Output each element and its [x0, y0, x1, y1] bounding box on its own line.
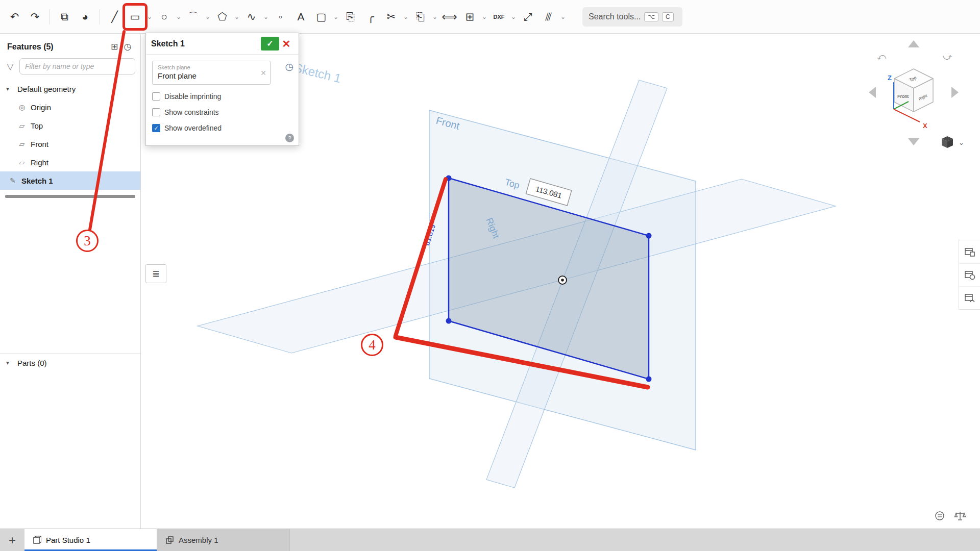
undo-icon[interactable]: ↶ [5, 6, 24, 28]
shortcut-key-c: C [662, 12, 674, 21]
checkbox-show-constraints[interactable]: Show constraints [152, 108, 292, 116]
isometric-view-button[interactable] [942, 136, 953, 148]
tree-item-top[interactable]: ▱ Top [0, 116, 140, 135]
slot-tool-icon[interactable]: ▢ [312, 6, 331, 28]
rotate-down-arrow[interactable] [908, 138, 919, 145]
top-label: Top [31, 121, 43, 130]
pattern-tool-icon[interactable]: ⊞ [460, 6, 479, 28]
clear-selection-icon[interactable]: ✕ [260, 69, 266, 77]
tab-part-studio-1[interactable]: Part Studio 1 [24, 529, 157, 551]
tree-item-origin[interactable]: ◎ Origin [0, 98, 140, 116]
dimension-width[interactable]: 113.081 [526, 179, 571, 206]
cancel-button[interactable]: ✕ [279, 37, 293, 51]
rotate-up-arrow[interactable] [908, 40, 919, 47]
origin-marker[interactable] [558, 276, 567, 284]
checkbox-disable-imprinting[interactable]: Disable imprinting [152, 92, 292, 101]
dimension-height[interactable]: 81.819 [423, 223, 437, 246]
checkbox-show-overdefined[interactable]: ✓ Show overdefined [152, 124, 292, 132]
fillet-tool-icon[interactable]: ╭ [361, 6, 380, 28]
point-tool-icon[interactable]: ◦ [271, 6, 290, 28]
rotate-right-arrow[interactable] [951, 87, 959, 98]
construction-tool-caret[interactable]: ⌄ [559, 6, 567, 28]
measure-scales-icon[interactable] [954, 510, 966, 523]
help-icon[interactable]: ? [285, 134, 294, 142]
text-tool-icon[interactable]: A [291, 6, 310, 28]
tree-group-default-geometry[interactable]: ▾ Default geometry [0, 80, 140, 98]
polygon-tool-caret[interactable]: ⌄ [233, 6, 240, 28]
insert-feature-icon[interactable]: ⊞ [108, 41, 121, 52]
arc-tool-caret[interactable]: ⌄ [204, 6, 211, 28]
chevron-down-icon[interactable]: ▾ [6, 85, 13, 92]
tab-assembly-1[interactable]: Assembly 1 [157, 529, 290, 551]
svg-text:113.081: 113.081 [534, 184, 563, 200]
offset-tool-icon[interactable]: ⎗ [411, 6, 430, 28]
sketch-vertex[interactable] [646, 233, 652, 239]
panel-person-icon [964, 292, 976, 304]
sector-tool-icon[interactable]: ◕ [76, 6, 94, 28]
tree-group-parts[interactable]: ▾ Parts (0) [0, 354, 140, 372]
rotate-left-arrow[interactable] [869, 87, 876, 98]
right-rail-panel-3-button[interactable] [959, 286, 980, 309]
history-icon[interactable]: ◷ [121, 41, 134, 52]
right-plane[interactable] [486, 80, 667, 488]
step-4-badge: 4 [361, 334, 383, 356]
right-rail-panel-1-button[interactable] [959, 240, 980, 263]
dxf-tool-icon[interactable]: DXF [489, 6, 508, 28]
chevron-down-icon[interactable]: ▾ [6, 359, 13, 366]
redo-glyph: ↷ [31, 11, 40, 23]
roll-cw-icon[interactable]: ⤻ [943, 52, 952, 62]
new-tab-button[interactable]: + [0, 529, 24, 551]
copy-tool-icon[interactable]: ⧉ [55, 6, 74, 28]
circle-tool-caret[interactable]: ⌄ [175, 6, 182, 28]
sketch-plane-field[interactable]: Sketch plane Front plane ✕ [152, 61, 271, 85]
pattern-glyph: ⊞ [465, 11, 475, 23]
arc-tool-icon[interactable]: ⌒ [184, 6, 203, 28]
sketch1-label: Sketch 1 [21, 177, 53, 185]
feature-list-toggle-button[interactable]: ≣ [145, 264, 166, 283]
suppress-clock-icon[interactable]: ◷ [285, 61, 293, 72]
plane-icon: ▱ [17, 121, 27, 130]
transform-tool-icon[interactable]: ⤢ [519, 6, 537, 28]
slot-tool-caret[interactable]: ⌄ [332, 6, 339, 28]
checkbox-icon[interactable] [152, 108, 160, 116]
redo-icon[interactable]: ↷ [26, 6, 44, 28]
mirror-tool-icon[interactable]: ⎘ [341, 6, 360, 28]
offset-tool-caret[interactable]: ⌄ [431, 6, 438, 28]
checkbox-checked-icon[interactable]: ✓ [152, 124, 160, 132]
filter-input[interactable] [19, 58, 135, 74]
circle-tool-icon[interactable]: ○ [155, 6, 174, 28]
rollback-bar[interactable] [5, 195, 135, 198]
checkbox-icon[interactable] [152, 92, 160, 101]
dimension-tool-icon[interactable]: ⟺ [440, 6, 459, 28]
pattern-tool-caret[interactable]: ⌄ [481, 6, 488, 28]
sketch-vertex[interactable] [446, 176, 452, 181]
tree-item-front[interactable]: ▱ Front [0, 135, 140, 153]
construction-tool-icon[interactable]: ⫻ [539, 6, 558, 28]
quality-seal-icon[interactable] [934, 510, 945, 523]
line-tool-icon[interactable]: ╱ [105, 6, 124, 28]
filter-icon[interactable]: ▽ [5, 61, 15, 72]
roll-ccw-icon[interactable]: ⤺ [877, 52, 887, 62]
z-axis-label: Z [888, 74, 892, 82]
trim-tool-icon[interactable]: ✂ [382, 6, 401, 28]
tree-item-right[interactable]: ▱ Right [0, 153, 140, 171]
spline-tool-caret[interactable]: ⌄ [262, 6, 270, 28]
search-tools-button[interactable]: Search tools... ⌥ C [582, 7, 682, 27]
rectangle-tool-caret[interactable]: ⌄ [146, 6, 153, 28]
view-options-caret[interactable]: ⌄ [959, 139, 964, 146]
spline-tool-icon[interactable]: ∿ [242, 6, 261, 28]
polygon-tool-icon[interactable]: ⬠ [213, 6, 232, 28]
right-rail-panel-2-button[interactable] [959, 263, 980, 286]
rectangle-tool-icon[interactable]: ▭ [126, 6, 144, 28]
dxf-tool-caret[interactable]: ⌄ [510, 6, 517, 28]
sketch-rectangle[interactable] [449, 178, 649, 379]
sketch-vertex[interactable] [646, 377, 652, 382]
tree-item-sketch1[interactable]: ✎ Sketch 1 [0, 171, 140, 190]
front-plane[interactable] [429, 110, 696, 450]
sketch-vertex[interactable] [446, 318, 452, 324]
point-glyph: ◦ [279, 11, 282, 23]
polygon-glyph: ⬠ [217, 11, 227, 23]
top-plane[interactable] [198, 179, 836, 353]
confirm-button[interactable]: ✓ [261, 37, 279, 51]
trim-tool-caret[interactable]: ⌄ [402, 6, 409, 28]
